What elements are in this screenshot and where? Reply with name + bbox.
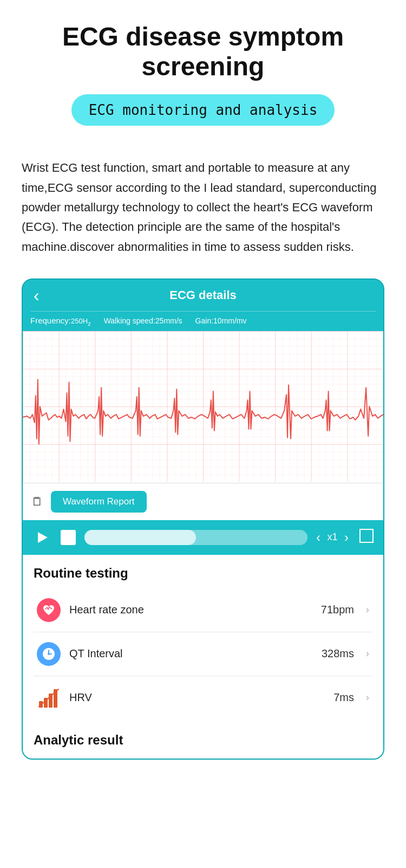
qt-interval-chevron: › xyxy=(366,648,369,659)
subtitle-badge: ECG monitoring and analysis xyxy=(71,94,335,126)
stop-button[interactable] xyxy=(61,530,76,545)
heart-rate-name: Heart rate zone xyxy=(69,604,312,616)
prev-speed-button[interactable]: ‹ xyxy=(316,530,320,545)
hrv-row[interactable]: HRV 7ms › xyxy=(34,676,372,720)
play-button[interactable] xyxy=(32,528,52,547)
playback-bar: ‹ x1 › xyxy=(23,520,383,555)
ecg-grid-svg xyxy=(23,331,383,482)
chart-bottom-bar: 🗒 Waveform Report xyxy=(23,483,383,520)
frequency-label: Frequency:250Hz xyxy=(30,316,91,327)
gain-label: Gain:10mm/mv xyxy=(195,316,247,325)
page-wrapper: ECG disease symptom screening ECG monito… xyxy=(0,0,406,792)
report-icon: 🗒 xyxy=(31,495,43,509)
ecg-chart-area xyxy=(23,331,383,483)
qt-interval-name: QT Interval xyxy=(69,647,313,660)
qt-interval-row[interactable]: QT Interval 328ms › xyxy=(34,632,372,676)
heart-rate-row[interactable]: Heart rate zone 71bpm › xyxy=(34,588,372,632)
description-text: Wrist ECG test function, smart and porta… xyxy=(22,158,384,256)
qt-interval-value: 328ms xyxy=(322,647,354,660)
walking-speed: Walking speed:25mm/s xyxy=(104,316,182,325)
back-button[interactable]: ‹ xyxy=(34,287,40,304)
speed-control: ‹ x1 › xyxy=(316,530,349,545)
progress-bar[interactable] xyxy=(84,530,307,545)
analytic-section: Analytic result xyxy=(23,725,383,759)
waveform-report-button[interactable]: Waveform Report xyxy=(51,491,147,513)
analytic-title: Analytic result xyxy=(34,733,372,748)
main-title: ECG disease symptom screening xyxy=(22,22,384,81)
hrv-value: 7ms xyxy=(333,691,354,704)
heart-rate-icon xyxy=(37,598,61,622)
speed-label: x1 xyxy=(326,532,339,543)
expand-button[interactable] xyxy=(359,529,374,546)
routine-section: Routine testing Heart rate zone 71bpm › xyxy=(23,555,383,725)
svg-marker-3 xyxy=(38,532,48,543)
hrv-icon xyxy=(37,686,61,710)
ecg-details-title: ECG details xyxy=(169,288,236,302)
phone-screen: ‹ ECG details Frequency:250Hz Walking sp… xyxy=(22,278,384,760)
routine-title: Routine testing xyxy=(34,566,372,581)
svg-rect-4 xyxy=(360,529,373,542)
hrv-name: HRV xyxy=(69,691,325,704)
svg-point-9 xyxy=(48,653,50,655)
qt-interval-icon xyxy=(37,642,61,666)
heart-rate-chevron: › xyxy=(366,604,369,616)
next-speed-button[interactable]: › xyxy=(344,530,349,545)
freq-bar: Frequency:250Hz Walking speed:25mm/s Gai… xyxy=(23,312,383,331)
ecg-header: ‹ ECG details xyxy=(23,280,383,311)
hrv-chevron: › xyxy=(366,692,369,703)
heart-rate-value: 71bpm xyxy=(321,604,354,616)
